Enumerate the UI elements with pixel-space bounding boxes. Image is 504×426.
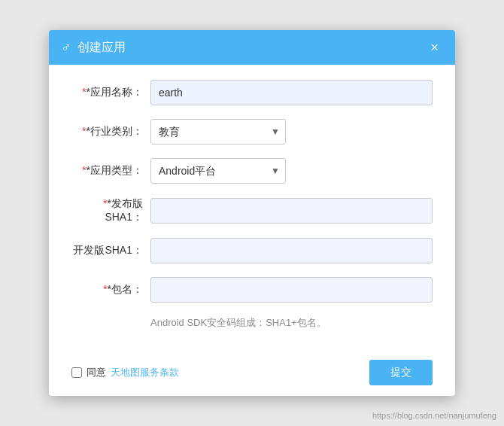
industry-select[interactable]: 教育 金融 医疗 娱乐 其他 xyxy=(150,119,286,145)
app-type-label: **应用类型： xyxy=(71,164,150,178)
app-type-select-wrapper: Android平台 iOS平台 Web端 ▼ xyxy=(150,158,286,184)
hint-text: Android SDK安全码组成：SHA1+包名。 xyxy=(150,317,326,328)
dialog-overlay: ♂ 创建应用 × **应用名称： **行业类别： xyxy=(0,0,504,426)
release-sha1-label: **发布版SHA1： xyxy=(71,197,150,224)
app-name-label-text: *应用名称： xyxy=(87,86,143,98)
dev-sha1-control xyxy=(150,238,433,263)
release-sha1-input[interactable] xyxy=(150,198,433,224)
package-label: **包名： xyxy=(71,283,150,297)
app-name-control xyxy=(150,80,433,105)
industry-label-text: *行业类别： xyxy=(87,125,143,137)
dialog-title: 创建应用 xyxy=(77,40,126,56)
package-row: **包名： xyxy=(71,277,433,303)
app-type-select[interactable]: Android平台 iOS平台 Web端 xyxy=(150,158,286,184)
terms-link[interactable]: 天地图服务条款 xyxy=(111,366,179,379)
dev-sha1-row: 开发版SHA1： xyxy=(71,238,433,263)
dev-sha1-input[interactable] xyxy=(150,238,433,263)
dialog-header: ♂ 创建应用 × xyxy=(49,30,455,65)
industry-select-wrapper: 教育 金融 医疗 娱乐 其他 ▼ xyxy=(150,119,286,145)
release-sha1-row: **发布版SHA1： xyxy=(71,197,433,224)
release-sha1-label-text: *发布版SHA1： xyxy=(105,197,143,223)
app-name-input[interactable] xyxy=(150,80,433,105)
dialog-footer: 同意 天地图服务条款 提交 xyxy=(49,352,455,396)
agree-prefix-text: 同意 xyxy=(87,366,106,379)
dialog-header-left: ♂ 创建应用 xyxy=(61,40,126,56)
industry-row: **行业类别： 教育 金融 医疗 娱乐 其他 ▼ xyxy=(71,119,433,145)
industry-label: **行业类别： xyxy=(71,125,150,138)
dev-sha1-label: 开发版SHA1： xyxy=(71,244,150,257)
dev-sha1-label-text: 开发版SHA1： xyxy=(73,244,143,256)
agree-checkbox[interactable] xyxy=(71,367,82,378)
app-name-row: **应用名称： xyxy=(71,80,433,105)
dialog-body: **应用名称： **行业类别： 教育 金融 医疗 xyxy=(49,65,455,352)
release-sha1-control xyxy=(150,198,433,224)
industry-control: 教育 金融 医疗 娱乐 其他 ▼ xyxy=(150,119,433,145)
close-button[interactable]: × xyxy=(426,39,443,56)
app-name-label: **应用名称： xyxy=(71,86,150,99)
gender-icon: ♂ xyxy=(61,40,71,56)
agree-section: 同意 天地图服务条款 xyxy=(71,366,179,379)
app-type-row: **应用类型： Android平台 iOS平台 Web端 ▼ xyxy=(71,158,433,184)
app-type-control: Android平台 iOS平台 Web端 ▼ xyxy=(150,158,433,184)
package-input[interactable] xyxy=(150,277,433,303)
app-type-label-text: *应用类型： xyxy=(87,164,143,176)
package-label-text: *包名： xyxy=(108,283,143,295)
package-control xyxy=(150,277,433,303)
watermark-text: https://blog.csdn.net/nanjumufeng xyxy=(372,411,496,420)
submit-button[interactable]: 提交 xyxy=(369,360,433,385)
create-app-dialog: ♂ 创建应用 × **应用名称： **行业类别： xyxy=(49,30,455,396)
sdk-hint: Android SDK安全码组成：SHA1+包名。 xyxy=(71,316,433,330)
